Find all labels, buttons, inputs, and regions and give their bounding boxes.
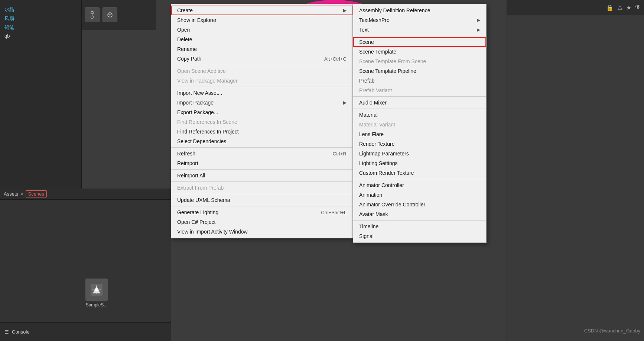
submenu-item-prefab-variant: Prefab Variant	[353, 86, 486, 95]
menu-item-create-arrow: ▶	[343, 8, 347, 13]
menu-item-find-references-in-scene-label: Find References In Scene	[177, 119, 237, 125]
submenu-item-custom-render-texture[interactable]: Custom Render Texture	[353, 168, 486, 178]
breadcrumb-scenes[interactable]: Scenes	[26, 190, 47, 197]
menu-item-reimport-label: Reimport	[177, 160, 198, 166]
menu-item-open-scene-additive-label: Open Scene Additive	[177, 68, 226, 74]
menu-item-open-scene-additive: Open Scene Additive	[171, 66, 352, 76]
menu-item-open-cs-project-label: Open C# Project	[177, 219, 216, 225]
submenu-item-lighting-settings[interactable]: Lighting Settings	[353, 158, 486, 168]
submenu-item-prefab[interactable]: Prefab	[353, 76, 486, 86]
submenu-label-material-variant: Material Variant	[359, 122, 395, 128]
submenu-label-audio-mixer: Audio Mixer	[359, 100, 387, 106]
submenu-separator-3	[353, 109, 486, 109]
star-icon[interactable]: ★	[626, 4, 631, 11]
menu-item-create-label: Create	[177, 7, 193, 13]
submenu-item-textmeshpro[interactable]: TextMeshPro ▶	[353, 15, 486, 25]
svg-rect-0	[91, 12, 93, 14]
context-menu-main: Create ▶ Show in Explorer Open Delete Re…	[171, 4, 353, 238]
sample-scene-item[interactable]: SampleS...	[85, 279, 108, 308]
menu-item-import-package[interactable]: Import Package ▶	[171, 98, 352, 107]
menu-item-refresh-shortcut: Ctrl+R	[333, 151, 347, 157]
submenu-label-prefab: Prefab	[359, 78, 374, 84]
submenu-item-scene-template[interactable]: Scene Template	[353, 47, 486, 57]
context-submenu-create: Assembly Definition Reference TextMeshPr…	[353, 4, 487, 243]
submenu-item-text[interactable]: Text ▶	[353, 25, 486, 35]
submenu-label-avatar-mask: Avatar Mask	[359, 211, 388, 217]
submenu-label-text: Text	[359, 27, 369, 33]
menu-item-open[interactable]: Open	[171, 25, 352, 35]
menu-item-import-new-asset[interactable]: Import New Asset...	[171, 88, 352, 98]
sidebar-item-2[interactable]: 铅笔	[3, 23, 78, 32]
lock-icon[interactable]: 🔒	[606, 4, 614, 11]
submenu-item-avatar-mask[interactable]: Avatar Mask	[353, 209, 486, 219]
menu-item-reimport-all[interactable]: Reimport All	[171, 171, 352, 180]
menu-separator-4	[171, 169, 352, 170]
top-toolbar	[82, 0, 156, 30]
console-icon: ☰	[4, 329, 9, 335]
console-bar[interactable]: ☰ Console	[0, 322, 171, 341]
eye-icon[interactable]: 👁	[635, 4, 641, 11]
move-tool-button[interactable]	[85, 7, 100, 22]
submenu-item-audio-mixer[interactable]: Audio Mixer	[353, 98, 486, 107]
menu-item-view-in-import-activity-window[interactable]: View in Import Activity Window	[171, 227, 352, 237]
submenu-item-signal[interactable]: Signal	[353, 231, 486, 241]
menu-item-select-dependencies[interactable]: Select Dependencies	[171, 136, 352, 146]
menu-separator-6	[171, 194, 352, 194]
submenu-item-animation[interactable]: Animation	[353, 190, 486, 200]
menu-item-find-references-in-project[interactable]: Find References In Project	[171, 127, 352, 136]
right-panel: 🔒 ⚠ ★ 👁	[507, 0, 644, 341]
submenu-label-scene-template: Scene Template	[359, 49, 396, 55]
menu-item-open-cs-project[interactable]: Open C# Project	[171, 217, 352, 227]
menu-item-delete[interactable]: Delete	[171, 35, 352, 44]
menu-item-copy-path[interactable]: Copy Path Alt+Ctrl+C	[171, 54, 352, 64]
right-panel-toolbar: 🔒 ⚠ ★ 👁	[507, 0, 644, 15]
submenu-label-prefab-variant: Prefab Variant	[359, 87, 392, 93]
submenu-label-assembly-definition-reference: Assembly Definition Reference	[359, 7, 430, 13]
submenu-item-material[interactable]: Material	[353, 110, 486, 120]
submenu-label-scene-template-pipeline: Scene Template Pipeline	[359, 68, 416, 74]
menu-item-refresh[interactable]: Refresh Ctrl+R	[171, 149, 352, 158]
menu-item-export-package[interactable]: Export Package...	[171, 107, 352, 117]
sidebar-item-1[interactable]: 风扇	[3, 14, 78, 23]
rotate-tool-button[interactable]	[103, 7, 117, 22]
menu-item-rename[interactable]: Rename	[171, 44, 352, 54]
menu-item-find-references-in-project-label: Find References In Project	[177, 129, 239, 135]
menu-item-generate-lighting-label: Generate Lighting	[177, 209, 218, 215]
menu-item-show-in-explorer[interactable]: Show in Explorer	[171, 15, 352, 25]
sidebar-item-3[interactable]: qb	[3, 32, 78, 40]
submenu-item-material-variant: Material Variant	[353, 120, 486, 129]
submenu-item-lens-flare[interactable]: Lens Flare	[353, 129, 486, 139]
submenu-item-assembly-definition-reference[interactable]: Assembly Definition Reference	[353, 6, 486, 15]
menu-item-generate-lighting[interactable]: Generate Lighting Ctrl+Shift+L	[171, 208, 352, 217]
menu-separator-5	[171, 181, 352, 182]
menu-separator-7	[171, 206, 352, 206]
svg-rect-1	[91, 16, 93, 18]
alert-icon[interactable]: ⚠	[617, 4, 622, 11]
submenu-separator-1	[353, 36, 486, 36]
submenu-label-timeline: Timeline	[359, 223, 378, 229]
menu-item-import-package-label: Import Package	[177, 100, 214, 106]
submenu-label-scene-template-from-scene: Scene Template From Scene	[359, 58, 426, 64]
menu-item-view-in-import-activity-window-label: View in Import Activity Window	[177, 229, 248, 235]
menu-item-create[interactable]: Create ▶	[171, 6, 352, 15]
menu-item-export-package-label: Export Package...	[177, 109, 218, 115]
submenu-item-scene[interactable]: Scene	[353, 37, 486, 47]
submenu-item-animator-controller[interactable]: Animator Controller	[353, 180, 486, 190]
menu-item-update-uxml-schema-label: Update UXML Schema	[177, 197, 230, 203]
sidebar-item-0[interactable]: 水晶	[3, 5, 78, 14]
submenu-item-lightmap-parameters[interactable]: Lightmap Parameters	[353, 149, 486, 158]
menu-item-find-references-in-scene: Find References In Scene	[171, 117, 352, 127]
menu-item-copy-path-label: Copy Path	[177, 56, 201, 62]
submenu-item-render-texture[interactable]: Render Texture	[353, 139, 486, 149]
breadcrumb-assets[interactable]: Assets	[4, 191, 18, 197]
menu-item-reimport[interactable]: Reimport	[171, 158, 352, 168]
menu-separator-3	[171, 147, 352, 148]
menu-item-view-in-package-manager-label: View in Package Manager	[177, 78, 237, 84]
submenu-item-timeline[interactable]: Timeline	[353, 222, 486, 231]
submenu-label-animator-controller: Animator Controller	[359, 182, 404, 188]
submenu-label-lighting-settings: Lighting Settings	[359, 160, 398, 166]
submenu-item-animator-override-controller[interactable]: Animator Override Controller	[353, 200, 486, 209]
submenu-item-scene-template-pipeline[interactable]: Scene Template Pipeline	[353, 66, 486, 76]
submenu-separator-4	[353, 179, 486, 179]
menu-item-update-uxml-schema[interactable]: Update UXML Schema	[171, 195, 352, 205]
